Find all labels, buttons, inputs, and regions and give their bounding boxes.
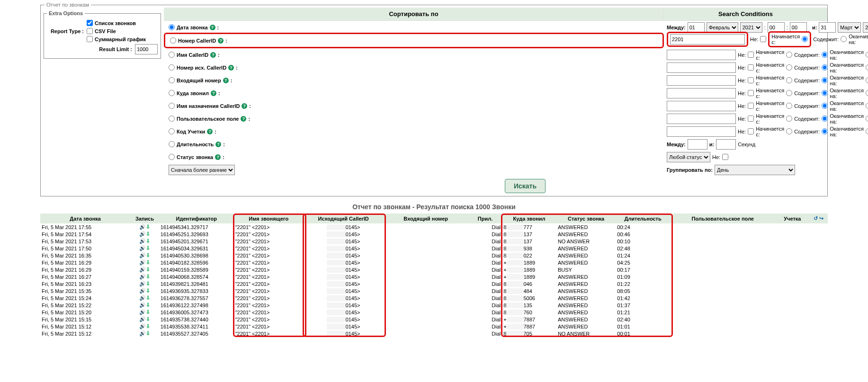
cell-rec[interactable]: 🔊⇩ <box>130 309 159 316</box>
dst-ends[interactable] <box>866 90 868 96</box>
from-day-input[interactable] <box>688 22 705 33</box>
cell-rec[interactable]: 🔊⇩ <box>130 280 159 287</box>
th-in[interactable]: Входящий номер <box>383 213 468 223</box>
download-icon[interactable]: ⇩ <box>146 274 150 279</box>
speaker-icon[interactable]: 🔊 <box>139 330 146 336</box>
to-day-input[interactable] <box>819 22 836 33</box>
sort-callerid-name-radio[interactable] <box>169 52 175 58</box>
speaker-icon[interactable]: 🔊 <box>139 281 146 286</box>
help-icon[interactable]: ? <box>242 103 247 109</box>
out-cid-contains[interactable] <box>822 64 828 71</box>
callerid-name-starts[interactable] <box>786 52 792 58</box>
speaker-icon[interactable]: 🔊 <box>139 288 146 293</box>
help-icon[interactable]: ? <box>207 129 213 134</box>
dst-name-input[interactable] <box>667 101 736 111</box>
result-limit-input[interactable] <box>135 44 158 54</box>
callerid-name-neg[interactable] <box>748 52 754 58</box>
in-num-ends[interactable] <box>866 77 868 83</box>
group-select[interactable]: День <box>715 165 795 175</box>
dst-name-ends[interactable] <box>866 103 868 109</box>
download-icon[interactable]: ⇩ <box>146 288 150 293</box>
in-num-contains[interactable] <box>822 77 828 83</box>
from-month-select[interactable]: Февраль <box>707 22 738 33</box>
cell-rec[interactable]: 🔊⇩ <box>130 316 159 323</box>
dst-neg[interactable] <box>748 90 754 96</box>
download-icon[interactable]: ⇩ <box>146 259 150 265</box>
download-icon[interactable]: ⇩ <box>146 316 150 322</box>
sort-in-num-radio[interactable] <box>169 77 175 83</box>
speaker-icon[interactable]: 🔊 <box>139 252 146 258</box>
to-year-select[interactable]: 2021 <box>863 22 868 33</box>
out-cid-neg[interactable] <box>748 64 754 71</box>
download-icon[interactable]: ⇩ <box>146 323 150 329</box>
download-icon[interactable]: ⇩ <box>146 231 150 237</box>
dst-name-starts[interactable] <box>786 103 792 109</box>
cell-rec[interactable]: 🔊⇩ <box>130 294 159 302</box>
speaker-icon[interactable]: 🔊 <box>139 302 146 308</box>
account-ends[interactable] <box>866 128 868 134</box>
sort-date-radio[interactable] <box>169 24 175 30</box>
download-icon[interactable]: ⇩ <box>146 224 150 230</box>
speaker-icon[interactable]: 🔊 <box>139 323 146 329</box>
th-dur[interactable]: Длительность <box>616 213 670 223</box>
speaker-icon[interactable]: 🔊 <box>139 316 146 322</box>
userfield-neg[interactable] <box>748 115 754 122</box>
cell-rec[interactable]: 🔊⇩ <box>130 238 159 245</box>
status-select[interactable]: Любой статус <box>667 152 710 162</box>
download-icon[interactable]: ⇩ <box>146 295 150 301</box>
dst-input[interactable] <box>667 88 736 98</box>
opt-list-checkbox[interactable] <box>87 20 93 26</box>
out-cid-starts[interactable] <box>786 64 792 71</box>
sort-account-radio[interactable] <box>169 128 175 134</box>
speaker-icon[interactable]: 🔊 <box>139 245 146 251</box>
sort-userfield-radio[interactable] <box>169 115 175 122</box>
opt-sum-checkbox[interactable] <box>87 36 93 42</box>
help-icon[interactable]: ? <box>218 38 224 44</box>
speaker-icon[interactable]: 🔊 <box>139 231 146 237</box>
sort-dst-name-radio[interactable] <box>169 103 175 109</box>
in-num-starts[interactable] <box>786 77 792 83</box>
download-icon[interactable]: ⇩ <box>146 267 150 272</box>
userfield-contains[interactable] <box>822 115 828 122</box>
dur-from-input[interactable] <box>688 139 707 150</box>
th-dst[interactable]: Куда звонил <box>502 213 556 223</box>
callerid-num-input[interactable] <box>670 34 745 44</box>
sort-out-cid-radio[interactable] <box>169 64 175 71</box>
dst-starts[interactable] <box>786 90 792 96</box>
help-icon[interactable]: ? <box>210 52 216 58</box>
account-contains[interactable] <box>822 128 828 134</box>
th-app[interactable]: Прил. <box>468 213 502 223</box>
cell-rec[interactable]: 🔊⇩ <box>130 223 159 231</box>
cell-rec[interactable]: 🔊⇩ <box>130 259 159 266</box>
th-caller[interactable]: Имя звонящего <box>234 213 304 223</box>
download-icon[interactable]: ⇩ <box>146 330 150 336</box>
cell-rec[interactable]: 🔊⇩ <box>130 266 159 273</box>
to-month-select[interactable]: Март <box>838 22 861 33</box>
speaker-icon[interactable]: 🔊 <box>139 295 146 301</box>
userfield-ends[interactable] <box>866 115 868 122</box>
speaker-icon[interactable]: 🔊 <box>139 224 146 230</box>
dst-contains[interactable] <box>822 90 828 96</box>
cell-rec[interactable]: 🔊⇩ <box>130 231 159 238</box>
cell-rec[interactable]: 🔊⇩ <box>130 330 159 337</box>
sort-duration-radio[interactable] <box>169 141 175 147</box>
opt-csv-checkbox[interactable] <box>87 28 93 34</box>
th-acc[interactable]: Учетка <box>776 213 809 223</box>
account-input[interactable] <box>667 126 736 137</box>
help-icon[interactable]: ? <box>241 116 246 122</box>
dur-to-input[interactable] <box>716 139 736 150</box>
out-cid-input[interactable] <box>667 62 736 73</box>
download-icon[interactable]: ⇩ <box>146 238 150 244</box>
help-icon[interactable]: ? <box>215 154 221 160</box>
in-num-neg[interactable] <box>748 77 754 83</box>
th-user[interactable]: Пользовательское поле <box>670 213 776 223</box>
help-icon[interactable]: ? <box>228 65 234 71</box>
refresh-icon[interactable]: ↺ <box>814 215 818 221</box>
download-icon[interactable]: ⇩ <box>146 252 150 258</box>
callerid-name-input[interactable] <box>667 50 736 60</box>
cell-rec[interactable]: 🔊⇩ <box>130 252 159 259</box>
th-status[interactable]: Статус звонка <box>556 213 616 223</box>
help-icon[interactable]: ? <box>210 25 215 30</box>
speaker-icon[interactable]: 🔊 <box>139 274 146 279</box>
in-num-input[interactable] <box>667 75 736 86</box>
